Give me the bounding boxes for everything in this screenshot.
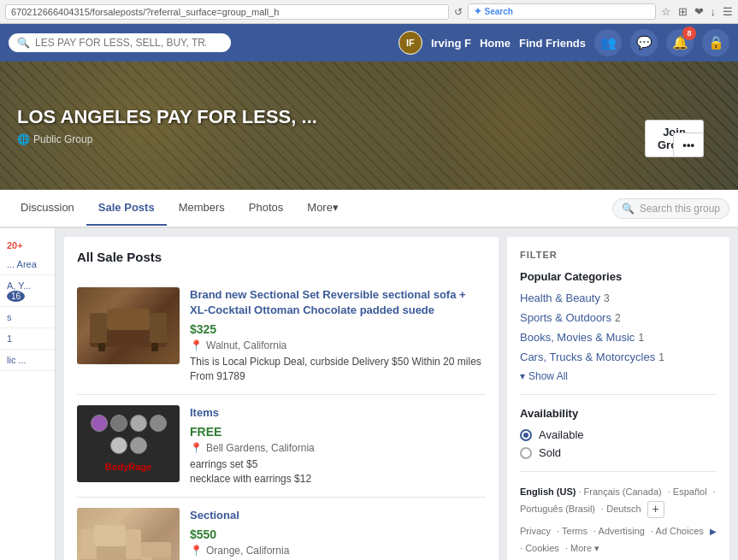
nav-username[interactable]: Irving F [431,37,471,50]
post-thumbnail[interactable] [77,287,180,364]
notifications-icon[interactable]: 🔔 8 [666,29,694,56]
sold-label: Sold [539,446,561,459]
filter-category-cars[interactable]: Cars, Trucks & Motorcycles 1 [520,351,717,363]
lang-german[interactable]: Deutsch [606,504,641,514]
group-type: 🌐 Public Group [17,133,317,145]
sidebar-item-area[interactable]: ... Area [0,254,55,275]
browser-url[interactable]: 670212666404315/forsaleposts/?referral_s… [5,4,449,20]
fb-navbar: 🔍 IF Irving F Home Find Friends 👥 💬 🔔 8 … [0,24,738,62]
search-icon: 🔍 [17,37,30,49]
ad-choices-link[interactable]: Ad Choices [656,526,704,536]
group-search-box[interactable]: 🔍 Search this group [612,198,729,219]
post-title[interactable]: Items [190,405,486,421]
post-details: Sectional $550 📍 Orange, California ***K… [190,508,486,560]
globe-icon: 🌐 [17,133,30,145]
post-details: Items FREE 📍 Bell Gardens, California ea… [190,405,486,486]
fb-search-box[interactable]: 🔍 [9,33,231,52]
messages-icon[interactable]: 💬 [630,29,658,56]
location-icon: 📍 [190,442,203,454]
settings-icon[interactable]: 🔒 [702,29,729,56]
footer-links: Privacy · Terms · Advertising · Ad Choic… [520,523,717,557]
group-search-placeholder: Search this group [640,203,720,215]
advertising-link[interactable]: Advertising [599,526,645,536]
menu-icon[interactable]: ☰ [723,5,733,18]
categories-title: Popular Categories [520,270,717,283]
filter-category-books[interactable]: Books, Movies & Music 1 [520,331,717,344]
post-thumbnail[interactable] [77,508,180,560]
download-icon[interactable]: ↓ [711,5,717,18]
svg-rect-3 [107,309,150,330]
filter-title: FILTER [520,250,717,260]
group-cover-photo: LOS ANGELES PAY FOR LESS, ... 🌐 Public G… [0,62,738,190]
location-icon: 📍 [190,545,203,557]
svg-rect-4 [98,343,105,351]
lang-french[interactable]: Français (Canada) [584,486,662,497]
nav-find-friends[interactable]: Find Friends [519,37,586,50]
terms-link[interactable]: Terms [562,526,587,536]
tab-more[interactable]: More▾ [295,191,351,226]
posts-area: All Sale Posts Brand new Sectional Set R… [64,237,499,560]
tabs-bar: Discussion Sale Posts Members Photos Mor… [0,190,738,227]
post-details: Brand new Sectional Set Reversible secti… [190,287,486,384]
filter-sidebar: FILTER Popular Categories Health & Beaut… [507,237,729,560]
radio-available[interactable]: Available [520,428,717,441]
fb-nav-right: IF Irving F Home Find Friends 👥 💬 🔔 8 🔒 [399,29,729,56]
sidebar-item-s[interactable]: s [0,307,55,328]
fb-search-input[interactable] [35,37,206,49]
lang-spanish[interactable]: Español [673,486,707,497]
tab-photos[interactable]: Photos [237,191,295,226]
privacy-link[interactable]: Privacy [520,526,551,536]
search-label: Search [485,7,513,16]
tab-sale-posts[interactable]: Sale Posts [86,191,167,226]
post-title[interactable]: Brand new Sectional Set Reversible secti… [190,287,486,318]
group-more-button[interactable]: ••• [673,133,704,157]
filter-divider-2 [520,471,717,472]
more-link[interactable]: More ▾ [570,543,599,553]
nav-home[interactable]: Home [480,37,511,50]
svg-rect-11 [94,525,126,546]
tab-discussion[interactable]: Discussion [9,191,86,226]
cookies-link[interactable]: Cookies [525,543,559,553]
sidebar-item-ay[interactable]: A, Y... 16 [0,275,55,307]
group-name: LOS ANGELES PAY FOR LESS, ... [17,106,317,128]
lang-english[interactable]: English (US) [520,486,576,497]
filter-category-sports[interactable]: Sports & Outdoors 2 [520,311,717,324]
sidebar-item-lic[interactable]: lic ... [0,350,55,371]
lang-portuguese[interactable]: Português (Brasil) [520,504,595,514]
post-description: earrings set $5 necklace with earrings $… [190,457,486,486]
posts-title: All Sale Posts [77,250,486,264]
tab-members[interactable]: Members [167,191,237,226]
browser-icons: ☆ ⊞ ❤ ↓ ☰ [661,5,734,18]
post-price: $325 [190,322,486,336]
post-location: 📍 Walnut, California [190,339,486,351]
shield-icon[interactable]: ❤ [694,5,704,18]
sidebar-top-badge: 20+ [0,237,55,254]
bookmark-icon[interactable]: ⊞ [678,5,688,18]
sidebar-item-1[interactable]: 1 [0,328,55,350]
svg-rect-9 [126,529,141,559]
add-language-button[interactable]: + [647,501,664,518]
svg-rect-2 [150,313,167,343]
svg-rect-5 [151,343,158,351]
show-all-button[interactable]: ▾ Show All [520,370,717,382]
friends-icon[interactable]: 👥 [594,29,622,56]
refresh-icon[interactable]: ↺ [454,6,463,18]
browser-bar: 670212666404315/forsaleposts/?referral_s… [0,0,738,24]
location-icon: 📍 [190,339,203,351]
svg-rect-1 [90,313,107,343]
post-price: $550 [190,528,486,541]
filter-category-health[interactable]: Health & Beauty 3 [520,292,717,304]
browser-search[interactable]: ✦ Search [468,3,656,20]
language-links: English (US) · Français (Canada) · Españ… [520,484,717,518]
star-icon[interactable]: ☆ [661,5,671,18]
post-title[interactable]: Sectional [190,508,486,523]
post-thumbnail[interactable]: BodyRage [77,405,180,482]
chevron-down-icon: ▾ [520,370,525,382]
tabs-container: Discussion Sale Posts Members Photos Mor… [0,190,738,228]
sidebar-badge-ay: 16 [7,291,25,302]
avatar[interactable]: IF [399,31,422,55]
radio-sold[interactable]: Sold [520,446,717,459]
ad-choices-icon: ▶ [710,527,717,536]
filter-divider [520,394,717,395]
left-sidebar: 20+ ... Area A, Y... 16 s 1 lic ... [0,228,56,560]
